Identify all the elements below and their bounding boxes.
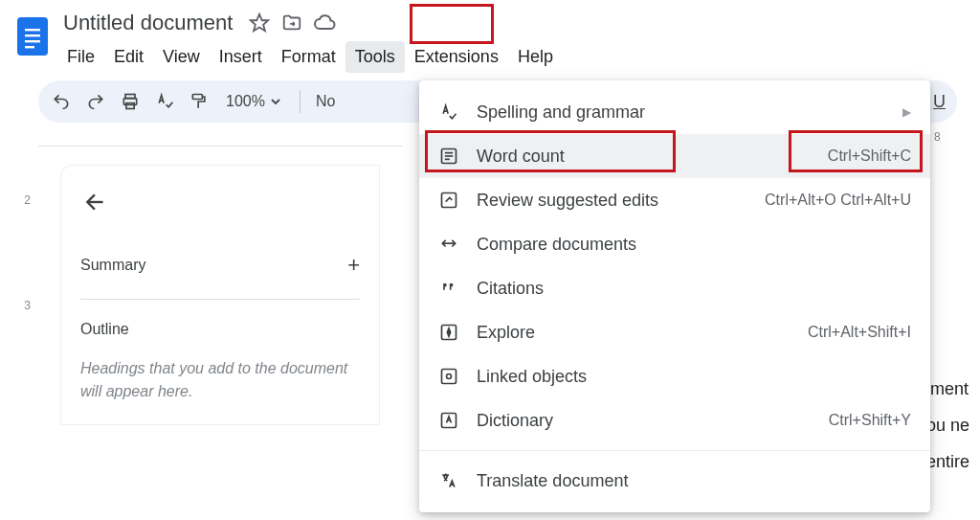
svg-rect-4 [25,46,34,48]
menu-format[interactable]: Format [272,41,345,73]
summary-heading: Summary [80,257,145,274]
dd-label: Spelling and grammar [477,102,885,123]
review-edits-icon [438,190,459,211]
dd-label: Citations [477,279,911,299]
docs-logo[interactable] [15,13,50,59]
menu-dictionary[interactable]: Dictionary Ctrl+Shift+Y [419,398,930,442]
dd-label: Compare documents [477,235,911,255]
menu-tools[interactable]: Tools [345,41,405,73]
zoom-value: 100% [226,93,265,110]
paragraph-style-select[interactable]: No [316,93,335,110]
dd-label: Explore [477,323,791,343]
dd-shortcut: Ctrl+Alt+O Ctrl+Alt+U [765,192,911,209]
dd-shortcut: Ctrl+Shift+C [828,147,911,165]
submenu-arrow-icon: ▶ [902,105,911,119]
toolbar-separator [300,90,301,113]
menu-view[interactable]: View [153,41,210,73]
zoom-select[interactable]: 100% [222,93,284,110]
dd-label: Translate document [477,471,911,491]
underline-button[interactable]: U [933,92,946,112]
svg-marker-17 [447,328,450,336]
explore-icon [438,322,459,343]
ruler-v-tick: 3 [19,299,31,312]
menu-file[interactable]: File [57,41,104,73]
linked-objects-icon [438,366,459,387]
dropdown-separator [419,450,930,451]
dd-shortcut: Ctrl+Alt+Shift+I [808,324,911,341]
menu-review-suggested-edits[interactable]: Review suggested edits Ctrl+Alt+O Ctrl+A… [419,178,930,222]
menu-translate-document[interactable]: Translate document [419,459,930,503]
menu-insert[interactable]: Insert [210,41,272,73]
spellcheck-toolbar-icon[interactable] [153,90,176,113]
svg-rect-1 [25,29,40,31]
document-body-fragment[interactable]: iment ou ne entire [926,372,980,480]
redo-icon[interactable] [84,90,107,113]
menu-spelling-grammar[interactable]: Spelling and grammar ▶ [419,90,930,134]
ruler-v-tick: 2 [19,193,31,207]
menu-extensions[interactable]: Extensions [405,41,508,73]
menu-explore[interactable]: Explore Ctrl+Alt+Shift+I [419,310,930,354]
dd-label: Dictionary [477,411,812,431]
menu-edit[interactable]: Edit [104,41,153,73]
svg-rect-14 [442,193,457,208]
translate-icon [438,470,459,491]
menu-compare-documents[interactable]: Compare documents [419,222,930,266]
menubar: File Edit View Insert Format Tools Exten… [57,40,969,73]
svg-rect-18 [442,370,457,384]
dictionary-icon [438,410,459,431]
svg-marker-5 [251,14,268,31]
back-arrow-icon[interactable] [80,187,111,217]
ruler-h-tick: 8 [934,130,941,144]
menu-linked-objects[interactable]: Linked objects [419,354,930,398]
ruler-vertical: 2 3 [0,146,38,424]
word-count-icon [438,146,459,167]
dd-shortcut: Ctrl+Shift+Y [829,412,911,429]
move-to-folder-icon[interactable] [280,11,303,34]
outline-empty-hint: Headings that you add to the document wi… [80,357,360,403]
panel-divider [80,299,360,300]
svg-rect-2 [25,34,40,36]
spellcheck-icon [438,102,459,123]
svg-rect-9 [192,95,202,100]
document-title[interactable]: Untitled document [57,9,238,37]
print-icon[interactable] [119,90,142,113]
star-icon[interactable] [248,11,271,34]
compare-icon [438,234,459,255]
tools-dropdown: Spelling and grammar ▶ Word count Ctrl+S… [419,80,930,512]
add-summary-button[interactable]: + [347,253,360,278]
menu-citations[interactable]: Citations [419,266,930,310]
menu-help[interactable]: Help [508,41,563,73]
undo-icon[interactable] [50,90,73,113]
citations-icon [438,278,459,299]
cloud-status-icon[interactable] [313,11,336,34]
svg-rect-3 [25,40,40,42]
menu-word-count[interactable]: Word count Ctrl+Shift+C [419,134,930,178]
paint-format-icon[interactable] [188,90,211,113]
outline-heading: Outline [80,321,360,338]
dd-label: Word count [477,147,811,167]
dd-label: Review suggested edits [477,191,747,211]
dd-label: Linked objects [477,367,911,387]
